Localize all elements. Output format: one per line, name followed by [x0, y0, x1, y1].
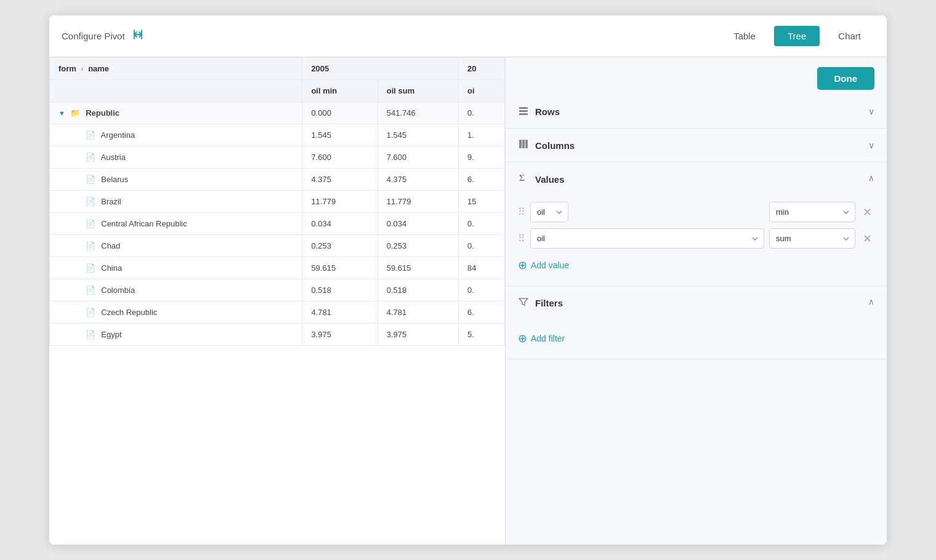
row-val1: 1.545 [302, 124, 377, 146]
oil-sum-header: oil sum [377, 80, 458, 102]
table-row: 📄 Argentina 1.545 1.545 1. [50, 124, 505, 146]
row-val1: 11.779 [302, 191, 377, 213]
filters-chevron: ∨ [868, 298, 874, 308]
remove-value-2-button[interactable]: ✕ [860, 231, 874, 247]
columns-icon [518, 138, 529, 152]
table-row: 📄 China 59.615 59.615 84 [50, 257, 505, 279]
values-chevron: ∨ [868, 174, 874, 184]
row-val3: 9. [458, 146, 504, 169]
row-val3: 0. [458, 235, 504, 257]
country-label: Central African Republic [101, 219, 187, 228]
row-val1: 0.518 [302, 279, 377, 302]
country-label: Egypt [101, 330, 121, 339]
row-val3: 6. [458, 302, 504, 324]
file-icon: 📄 [86, 153, 95, 162]
rows-section-header[interactable]: Rows ∨ [506, 95, 887, 128]
breadcrumb-arrow: › [81, 65, 84, 73]
row-val2: 0.518 [377, 279, 458, 302]
row-val2: 541.746 [377, 102, 458, 124]
rows-section-header-left: Rows [518, 105, 560, 118]
field-select-2[interactable]: oil gas coal [530, 228, 764, 249]
header-right: Table Tree Chart [720, 26, 874, 46]
columns-chevron: ∨ [868, 140, 874, 150]
breadcrumb-form: form [58, 64, 76, 73]
row-label: 📄 Austria [50, 146, 302, 169]
agg-select-2[interactable]: min max sum avg count [769, 228, 855, 249]
row-val1: 0.034 [302, 213, 377, 235]
values-section-body: ⠿ oil gas coal min max sum [506, 196, 887, 286]
data-area[interactable]: form › name 2005 20 oil min oil sum oi [49, 57, 505, 545]
empty-header [50, 80, 302, 102]
row-val1: 4.375 [302, 169, 377, 191]
drag-handle-2[interactable]: ⠿ [518, 233, 525, 244]
columns-section-header-left: Columns [518, 138, 575, 152]
expand-icon[interactable]: ▼ [58, 110, 65, 117]
columns-section-label: Columns [535, 140, 575, 151]
remove-value-1-button[interactable]: ✕ [860, 204, 874, 220]
folder-icon: 📁 [70, 108, 80, 118]
chart-view-button[interactable]: Chart [825, 26, 874, 46]
columns-section-header[interactable]: Columns ∨ [506, 129, 887, 162]
table-view-button[interactable]: Table [720, 26, 769, 46]
agg-select-1[interactable]: min max sum avg count [769, 202, 855, 222]
add-filter-icon: ⊕ [518, 332, 527, 345]
svg-rect-0 [519, 107, 528, 109]
table-row: 📄 Austria 7.600 7.600 9. [50, 146, 505, 169]
row-val1: 0.253 [302, 235, 377, 257]
drag-handle-1[interactable]: ⠿ [518, 206, 525, 218]
row-val1: 7.600 [302, 146, 377, 169]
breadcrumb-name: name [88, 64, 109, 73]
oil-extra-header: oi [458, 80, 504, 102]
table-row: 📄 Egypt 3.975 3.975 5. [50, 324, 505, 346]
add-filter-label: Add filter [531, 334, 565, 343]
row-label: 📄 Colombia [50, 279, 302, 302]
row-val3: 15 [458, 191, 504, 213]
rows-icon [518, 105, 529, 118]
file-icon: 📄 [86, 130, 95, 140]
country-label: Belarus [101, 175, 128, 184]
value-row-1: ⠿ oil gas coal min max sum [518, 202, 874, 222]
values-section-header[interactable]: Σ Values ∨ [506, 162, 887, 196]
pivot-table: form › name 2005 20 oil min oil sum oi [49, 57, 505, 346]
row-val3: 5. [458, 324, 504, 346]
header: Configure Pivot Table Tree Chart [49, 15, 887, 57]
file-icon: 📄 [86, 308, 95, 317]
header-left: Configure Pivot [62, 28, 145, 44]
table-row: 📄 Czech Republic 4.781 4.781 6. [50, 302, 505, 324]
filters-section-header[interactable]: Filters ∨ [506, 286, 887, 319]
tree-view-button[interactable]: Tree [774, 26, 820, 46]
row-label: 📄 Central African Republic [50, 213, 302, 235]
country-label: Chad [101, 241, 120, 250]
done-row: Done [506, 57, 887, 95]
row-val2: 3.975 [377, 324, 458, 346]
row-val2: 0.253 [377, 235, 458, 257]
row-val2: 4.781 [377, 302, 458, 324]
svg-rect-4 [522, 140, 525, 148]
row-label: 📄 Czech Republic [50, 302, 302, 324]
add-value-button[interactable]: ⊕ Add value [518, 255, 569, 276]
add-filter-button[interactable]: ⊕ Add filter [518, 328, 565, 349]
add-value-label: Add value [531, 260, 569, 270]
row-val3: 84 [458, 257, 504, 279]
main-container: Configure Pivot Table Tree Chart form [49, 15, 887, 545]
svg-rect-3 [519, 140, 522, 148]
svg-rect-5 [525, 140, 528, 148]
table-row: 📄 Chad 0.253 0.253 0. [50, 235, 505, 257]
config-panel: Done Rows ∨ [505, 57, 887, 545]
filters-section-header-left: Filters [518, 296, 563, 310]
row-label: 📄 Chad [50, 235, 302, 257]
country-label: Colombia [101, 286, 135, 295]
row-val2: 59.615 [377, 257, 458, 279]
country-label: Austria [101, 153, 126, 162]
field-select-1[interactable]: oil gas coal [530, 202, 568, 222]
table-row: 📄 Brazil 11.779 11.779 15 [50, 191, 505, 213]
country-label: Czech Republic [101, 308, 157, 317]
rows-section-label: Rows [535, 106, 560, 117]
done-button[interactable]: Done [817, 67, 875, 90]
rows-section: Rows ∨ [506, 95, 887, 129]
pivot-icon [131, 28, 145, 44]
form-name-header: form › name [50, 58, 302, 80]
body: form › name 2005 20 oil min oil sum oi [49, 57, 887, 545]
file-icon: 📄 [86, 197, 95, 206]
file-icon: 📄 [86, 241, 95, 250]
